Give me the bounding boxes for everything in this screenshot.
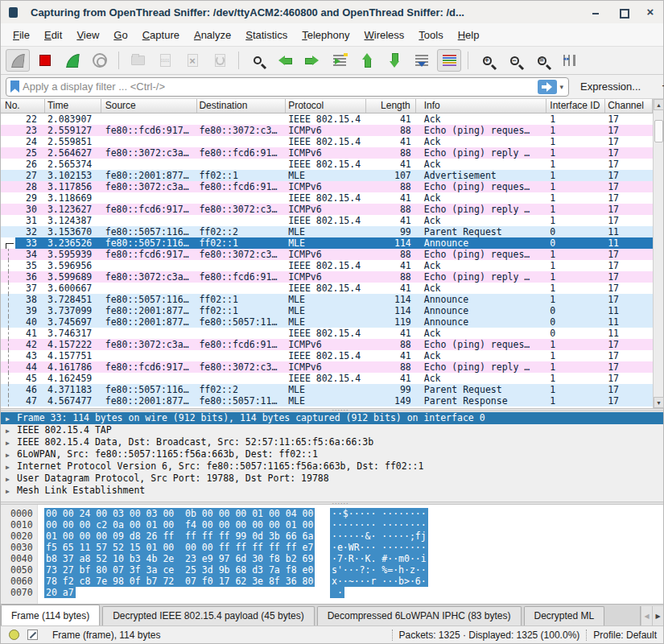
column-header-info[interactable]: Info <box>416 99 547 113</box>
hex-row-0020[interactable]: 002001 00 00 00 09 d8 26 ff ff ff ff 99 … <box>1 530 663 542</box>
colorize-button[interactable] <box>437 49 461 72</box>
detail-line-3[interactable]: ▶6LoWPAN, Src: fe80::5057:1165:f56a:663b… <box>1 448 663 460</box>
packet-row-47[interactable]: 474.567477fe80::2001:877…fe80::5057:11…M… <box>1 395 653 407</box>
find-packet-button[interactable] <box>245 49 270 72</box>
filter-history-caret-icon[interactable]: ▾ <box>557 83 566 91</box>
expand-arrow-icon[interactable]: ▶ <box>6 425 17 436</box>
bookmark-icon[interactable] <box>10 80 19 93</box>
menu-edit[interactable]: Edit <box>37 26 69 44</box>
column-header-channel[interactable]: Channel <box>605 99 653 113</box>
hex-bytes-selected[interactable]: 00 00 00 c2 0a 00 01 00 f4 00 00 00 00 0… <box>44 519 315 530</box>
close-icon[interactable]: × <box>645 7 655 17</box>
detail-line-1[interactable]: ▶IEEE 802.15.4 TAP <box>1 424 663 436</box>
packet-row-27[interactable]: 273.102153fe80::2001:877…ff02::1MLE107Ad… <box>1 170 653 181</box>
status-profile[interactable]: Profile: Default <box>593 630 657 641</box>
hex-bytes-selected[interactable]: 20 a7 <box>44 587 76 598</box>
menu-analyze[interactable]: Analyze <box>187 26 238 44</box>
expand-arrow-icon[interactable]: ▶ <box>6 449 17 460</box>
hex-bytes-selected[interactable]: b8 37 a8 52 10 b3 4b 2e 23 e9 97 6d 30 f… <box>44 553 315 564</box>
column-header-no[interactable]: No. <box>1 99 45 113</box>
resize-columns-button[interactable] <box>557 49 581 72</box>
expand-arrow-icon[interactable]: ▶ <box>6 473 17 485</box>
packet-row-40[interactable]: 403.745697fe80::2001:877…fe80::5057:11…M… <box>1 316 653 328</box>
ascii-bytes-selected[interactable]: · <box>330 587 344 598</box>
packet-row-31[interactable]: 313.124387IEEE 802.15.441Ack117 <box>1 215 653 226</box>
packet-row-24[interactable]: 242.559851IEEE 802.15.441Ack117 <box>1 136 653 147</box>
go-first-button[interactable] <box>355 49 379 72</box>
hex-row-0050[interactable]: 005073 27 bf 80 07 3f 3a ce 25 3d 9b 68 … <box>1 564 663 576</box>
packet-row-33[interactable]: 333.236526fe80::5057:116…ff02::1MLE114An… <box>1 237 653 249</box>
packet-row-29[interactable]: 293.118669IEEE 802.15.441Ack117 <box>1 192 653 204</box>
packet-row-42[interactable]: 424.157222fe80::3072:c3a…fe80::fcd6:91…I… <box>1 339 653 350</box>
column-header-protocol[interactable]: Protocol <box>286 99 366 113</box>
menu-telephony[interactable]: Telephony <box>295 26 357 44</box>
packet-row-32[interactable]: 323.153670fe80::5057:116…ff02::2MLE99Par… <box>1 226 653 237</box>
menu-file[interactable]: File <box>6 26 37 44</box>
go-to-packet-button[interactable] <box>328 49 352 72</box>
zoom-reset-button[interactable]: = <box>530 49 554 72</box>
menu-tools[interactable]: Tools <box>411 26 450 44</box>
detail-line-0[interactable]: ▶Frame 33: 114 bytes on wire (912 bits),… <box>1 412 663 424</box>
hex-bytes-selected[interactable]: 00 00 24 00 03 00 03 00 0b 00 00 00 01 0… <box>44 508 315 519</box>
ascii-bytes-selected[interactable]: ··$····· ········ <box>330 508 428 519</box>
packet-row-44[interactable]: 444.161786fe80::fcd6:917…fe80::3072:c3…I… <box>1 361 653 373</box>
packet-row-23[interactable]: 232.559127fe80::fcd6:917…fe80::3072:c3…I… <box>1 125 653 136</box>
go-forward-button[interactable] <box>300 49 324 72</box>
packet-row-46[interactable]: 464.371183fe80::5057:116…ff02::2MLE99Par… <box>1 384 653 395</box>
detail-line-5[interactable]: ▶User Datagram Protocol, Src Port: 19788… <box>1 473 663 485</box>
zoom-out-button[interactable]: − <box>502 49 526 72</box>
menu-wireless[interactable]: Wireless <box>357 26 412 44</box>
packet-row-37[interactable]: 373.600667IEEE 802.15.441Ack117 <box>1 283 653 294</box>
apply-filter-button[interactable] <box>538 80 557 94</box>
capture-comment-icon[interactable] <box>27 630 38 640</box>
packet-row-25[interactable]: 252.564627fe80::3072:c3a…fe80::fcd6:91…I… <box>1 147 653 159</box>
packet-row-30[interactable]: 303.123627fe80::fcd6:917…fe80::3072:c3…I… <box>1 204 653 215</box>
hex-row-0010[interactable]: 001000 00 00 c2 0a 00 01 00 f4 00 00 00 … <box>1 519 663 530</box>
expand-arrow-icon[interactable]: ▶ <box>6 413 17 424</box>
packet-row-35[interactable]: 353.596956IEEE 802.15.441Ack117 <box>1 260 653 271</box>
packet-row-39[interactable]: 393.737099fe80::2001:877…ff02::1MLE114An… <box>1 305 653 316</box>
packet-row-34[interactable]: 343.595939fe80::fcd6:917…fe80::3072:c3…I… <box>1 249 653 260</box>
hex-row-0000[interactable]: 000000 00 24 00 03 00 03 00 0b 00 00 00 … <box>1 508 663 519</box>
minimize-icon[interactable] <box>591 7 600 17</box>
menu-go[interactable]: Go <box>106 26 134 44</box>
menu-help[interactable]: Help <box>451 26 487 44</box>
tab-scroll-left-icon[interactable]: ◀ <box>641 606 652 625</box>
ascii-bytes-selected[interactable]: x··~···r ···b>·6· <box>330 576 428 587</box>
bytes-tab-0[interactable]: Frame (114 bytes) <box>1 605 100 625</box>
restart-capture-button[interactable] <box>60 49 85 72</box>
hex-row-0060[interactable]: 006078 f2 c8 7e 98 0f b7 72 07 f0 17 62 … <box>1 576 663 587</box>
detail-line-4[interactable]: ▶Internet Protocol Version 6, Src: fe80:… <box>1 460 663 473</box>
ascii-bytes-selected[interactable]: ········ ········ <box>330 519 428 530</box>
expression-button[interactable]: Expression... <box>574 80 647 93</box>
start-capture-button[interactable] <box>6 49 30 72</box>
zoom-in-button[interactable]: + <box>475 49 499 72</box>
display-filter-input[interactable] <box>23 80 538 93</box>
menu-statistics[interactable]: Statistics <box>238 26 295 44</box>
packet-row-36[interactable]: 363.599689fe80::3072:c3a…fe80::fcd6:91…I… <box>1 271 653 283</box>
bytes-tab-1[interactable]: Decrypted IEEE 802.15.4 payload (45 byte… <box>102 606 314 625</box>
column-header-source[interactable]: Source <box>101 99 198 113</box>
menu-capture[interactable]: Capture <box>135 26 187 44</box>
expand-arrow-icon[interactable]: ▶ <box>6 461 17 473</box>
maximize-icon[interactable] <box>618 7 628 17</box>
stop-capture-button[interactable] <box>33 49 57 72</box>
packet-row-41[interactable]: 413.746317IEEE 802.15.441Ack011 <box>1 328 653 339</box>
hex-row-0030[interactable]: 0030f5 65 11 57 52 15 01 00 00 00 ff ff … <box>1 542 663 553</box>
ascii-bytes-selected[interactable]: ·e·WR··· ········ <box>330 542 428 553</box>
ascii-bytes-selected[interactable]: ······&· ·····;fj <box>330 530 428 542</box>
hex-bytes-selected[interactable]: f5 65 11 57 52 15 01 00 00 00 ff ff ff f… <box>44 542 315 553</box>
packet-row-38[interactable]: 383.728451fe80::5057:116…ff02::1MLE114An… <box>1 294 653 305</box>
hex-bytes-selected[interactable]: 78 f2 c8 7e 98 0f b7 72 07 f0 17 62 3e 8… <box>44 576 315 587</box>
filter-box[interactable]: ▾ <box>6 77 569 97</box>
bytes-tab-2[interactable]: Decompressed 6LoWPAN IPHC (83 bytes) <box>317 606 522 625</box>
column-header-length[interactable]: Length <box>366 99 416 113</box>
hex-row-0070[interactable]: 007020 a7 · <box>1 587 663 598</box>
column-header-destination[interactable]: Destination <box>197 99 286 113</box>
hex-bytes-selected[interactable]: 73 27 bf 80 07 3f 3a ce 25 3d 9b 68 d3 7… <box>44 564 315 576</box>
scrollbar-thumb[interactable] <box>654 120 663 142</box>
go-last-button[interactable] <box>382 49 406 72</box>
add-filter-button[interactable]: + <box>657 79 664 95</box>
menu-view[interactable]: View <box>69 26 106 44</box>
detail-line-6[interactable]: ▶Mesh Link Establishment <box>1 485 663 497</box>
